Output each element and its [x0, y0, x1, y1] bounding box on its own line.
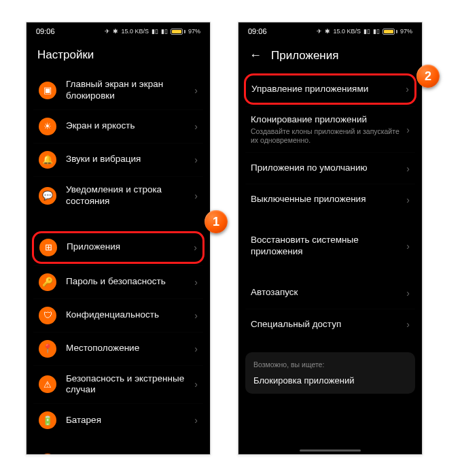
- apps-row[interactable]: Приложения по умолчанию›: [245, 152, 415, 184]
- phone-screen-1: 09:06 ✈ ✱ 15.0 KB/S ▮▯ ▮▯ 97% Настройки …: [26, 22, 210, 454]
- search-hint-item[interactable]: Блокировка приложений: [253, 375, 407, 386]
- status-bar: 09:06 ✈ ✱ 15.0 KB/S ▮▯ ▮▯ 97%: [238, 22, 422, 40]
- apps-row[interactable]: Управление приложениями›: [244, 73, 416, 105]
- chevron-right-icon: ›: [406, 241, 410, 252]
- settings-row[interactable]: 🔋Батарея›: [33, 403, 203, 437]
- sun-icon: ☀: [39, 118, 56, 135]
- image-icon: ▣: [39, 82, 56, 99]
- shield-icon: 🛡: [39, 307, 56, 324]
- apps-row[interactable]: Автозапуск›: [245, 277, 415, 309]
- page-header: ← Приложения: [238, 40, 422, 72]
- settings-row[interactable]: 🔔Звуки и вибрация›: [33, 143, 203, 176]
- chevron-right-icon: ›: [406, 288, 410, 299]
- settings-row[interactable]: ⚠Безопасность и экстренные случаи›: [33, 365, 203, 404]
- settings-row-label: Конфиденциальность: [66, 309, 190, 321]
- settings-list: ▣Главный экран и экран блокировки›☀Экран…: [33, 71, 203, 454]
- key-icon: 🔑: [39, 273, 56, 291]
- settings-row[interactable]: 💬Уведомления и строка состояния›: [33, 176, 203, 215]
- step-badge-1: 1: [205, 210, 228, 233]
- apps-row-label: Клонирование приложений: [251, 114, 402, 126]
- status-bar: 09:06 ✈ ✱ 15.0 KB/S ▮▯ ▮▯ 97%: [26, 22, 210, 40]
- chevron-right-icon: ›: [194, 121, 198, 132]
- chevron-right-icon: ›: [194, 85, 198, 96]
- net-speed: 15.0 KB/S: [121, 28, 149, 35]
- apps-groups: Управление приложениями›Клонирование при…: [238, 73, 422, 340]
- search-hint-title: Возможно, вы ищете:: [253, 360, 407, 369]
- chevron-right-icon: ›: [406, 163, 410, 174]
- signal-icon: ▮▯: [152, 28, 158, 35]
- settings-row-label: Приложения: [67, 241, 190, 253]
- apps-row-label: Автозапуск: [251, 287, 402, 299]
- net-speed: 15.0 KB/S: [333, 28, 361, 35]
- screenshot-1: 09:06 ✈ ✱ 15.0 KB/S ▮▯ ▮▯ 97% Настройки …: [26, 22, 211, 455]
- status-time: 09:06: [36, 27, 55, 35]
- battery-pct: 97%: [188, 28, 200, 35]
- settings-row-label: Пароль и безопасность: [66, 276, 190, 288]
- settings-row[interactable]: 🔑Пароль и безопасность›: [33, 265, 203, 299]
- apps-group: Восстановить системные приложения›: [245, 227, 415, 265]
- apps-row[interactable]: Специальный доступ›: [245, 309, 415, 340]
- apps-row-sublabel: Создавайте клоны приложений и запускайте…: [251, 127, 402, 145]
- warn-icon: ⚠: [39, 375, 56, 393]
- apps-row[interactable]: Выключенные приложения›: [245, 184, 415, 215]
- settings-row-label: Уведомления и строка состояния: [66, 184, 190, 207]
- chevron-right-icon: ›: [194, 277, 198, 288]
- chevron-right-icon: ›: [406, 124, 410, 135]
- settings-row-label: Экран и яркость: [66, 120, 190, 132]
- settings-row[interactable]: ★Специальные функции›: [33, 446, 203, 454]
- status-time: 09:06: [248, 27, 267, 35]
- bell-icon: 🔔: [39, 151, 56, 169]
- star-icon: ★: [39, 454, 56, 454]
- chevron-right-icon: ›: [194, 415, 198, 426]
- settings-row-label: Главный экран и экран блокировки: [66, 79, 190, 102]
- apps-row-label: Приложения по умолчанию: [251, 163, 402, 174]
- settings-row[interactable]: ☀Экран и яркость›: [33, 109, 203, 143]
- settings-row[interactable]: 📍Местоположение›: [33, 332, 203, 365]
- settings-row-label: Безопасность и экстренные случаи: [66, 373, 190, 396]
- settings-row-label: Батарея: [66, 415, 190, 426]
- apps-row-label: Управление приложениями: [251, 84, 402, 95]
- settings-row-label: Местоположение: [66, 343, 190, 354]
- apps-group: Управление приложениями›Клонирование при…: [245, 73, 415, 215]
- chevron-right-icon: ›: [194, 343, 198, 354]
- location-icon: 📍: [39, 340, 56, 358]
- signal-icon: ▮▯: [161, 28, 168, 35]
- signal-icon: ▮▯: [373, 28, 380, 35]
- chevron-right-icon: ›: [194, 190, 198, 201]
- apps-icon: ⊞: [39, 239, 57, 256]
- chevron-right-icon: ›: [194, 154, 198, 165]
- status-right: ✈ ✱ 15.0 KB/S ▮▯ ▮▯ 97%: [105, 28, 200, 35]
- apps-row-label: Специальный доступ: [251, 319, 402, 330]
- chevron-right-icon: ›: [194, 242, 197, 253]
- battery-icon: 🔋: [39, 411, 56, 429]
- search-hint-card: Возможно, вы ищете: Блокировка приложени…: [245, 352, 415, 394]
- airplane-icon: ✈: [317, 28, 322, 35]
- apps-row[interactable]: Клонирование приложенийСоздавайте клоны …: [245, 106, 415, 152]
- chat-icon: 💬: [39, 187, 56, 205]
- apps-title: Приложения: [271, 49, 338, 63]
- home-indicator[interactable]: [300, 449, 361, 452]
- settings-row[interactable]: ⊞Приложения›: [32, 231, 205, 264]
- apps-row-label: Восстановить системные приложения: [251, 235, 402, 258]
- apps-row-label: Выключенные приложения: [251, 194, 402, 205]
- battery-pct: 97%: [400, 28, 412, 35]
- settings-row[interactable]: 🛡Конфиденциальность›: [33, 299, 203, 332]
- phone-screen-2: 09:06 ✈ ✱ 15.0 KB/S ▮▯ ▮▯ 97% ← Приложен…: [238, 22, 422, 454]
- battery-icon: [383, 29, 397, 35]
- back-icon[interactable]: ←: [249, 48, 262, 63]
- battery-icon: [171, 29, 185, 35]
- settings-title: Настройки: [37, 48, 94, 62]
- step-badge-2: 2: [416, 65, 440, 88]
- apps-row[interactable]: Восстановить системные приложения›: [245, 227, 415, 265]
- settings-row-label: Звуки и вибрация: [66, 154, 190, 165]
- status-right: ✈ ✱ 15.0 KB/S ▮▯ ▮▯ 97%: [317, 28, 412, 35]
- bluetooth-icon: ✱: [113, 28, 118, 35]
- screenshot-2: 09:06 ✈ ✱ 15.0 KB/S ▮▯ ▮▯ 97% ← Приложен…: [238, 22, 423, 455]
- apps-group: Автозапуск›Специальный доступ›: [245, 277, 415, 340]
- chevron-right-icon: ›: [406, 319, 410, 330]
- chevron-right-icon: ›: [194, 379, 198, 390]
- settings-row[interactable]: ▣Главный экран и экран блокировки›: [33, 71, 203, 109]
- chevron-right-icon: ›: [406, 84, 409, 95]
- chevron-right-icon: ›: [194, 310, 198, 321]
- signal-icon: ▮▯: [363, 28, 370, 35]
